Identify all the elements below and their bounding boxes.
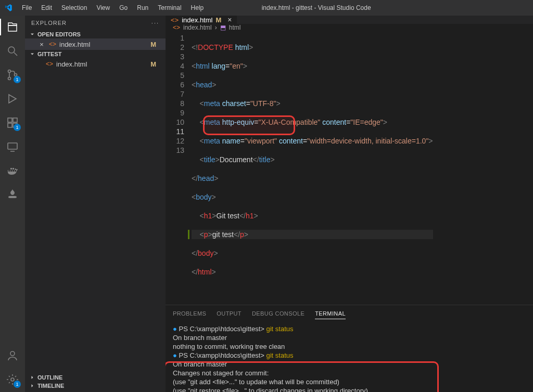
svg-rect-4 [8,118,12,122]
menu-edit[interactable]: Edit [37,2,56,14]
menu-selection[interactable]: Selection [57,2,91,14]
svg-point-2 [8,77,11,80]
project-filename: index.html [56,60,147,68]
svg-rect-5 [13,118,17,122]
run-debug-icon[interactable] [5,92,20,106]
menu-help[interactable]: Help [187,2,208,14]
project-label: GITTEST [37,51,61,57]
tab-index-html[interactable]: <> index.html M × [166,16,237,24]
menu-go[interactable]: Go [115,2,132,14]
line-gutter: 1 2 3 4 5 6 7 8 9 10 11 12 13 [166,31,192,305]
terminal-tab[interactable]: TERMINAL [315,308,346,319]
close-icon[interactable]: × [227,16,232,24]
extensions-icon[interactable]: 1 [5,115,20,130]
terminal-content[interactable]: ● PS C:\xampp\htdocs\gittest> git status… [166,322,533,392]
svg-rect-6 [8,123,12,127]
window-title: index.html - gittest - Visual Studio Cod… [209,4,424,11]
chevron-down-icon [29,31,35,37]
svg-point-10 [11,378,14,381]
scm-badge: 1 [14,76,21,83]
chevron-right-icon [29,383,35,389]
settings-badge: 1 [14,381,21,388]
problems-tab[interactable]: PROBLEMS [173,308,206,319]
outline-section[interactable]: OUTLINE [25,373,166,382]
open-editor-filename: index.html [59,41,147,48]
bottom-panel: PROBLEMS OUTPUT DEBUG CONSOLE TERMINAL ●… [166,305,533,392]
timeline-section[interactable]: TIMELINE [25,382,166,390]
project-file-item[interactable]: <> index.html M [25,58,166,70]
source-control-icon[interactable]: 1 [5,68,20,82]
extensions-badge: 1 [14,124,21,131]
chevron-down-icon [29,51,35,57]
breadcrumb-element[interactable]: html [229,24,241,31]
menu-file[interactable]: File [18,2,36,14]
open-editors-section[interactable]: OPEN EDITORS [25,30,166,38]
svg-point-1 [8,70,11,73]
open-editors-label: OPEN EDITORS [37,31,81,37]
activity-bar: 1 1 1 [0,16,25,392]
output-tab[interactable]: OUTPUT [217,308,242,319]
svg-point-9 [10,351,15,356]
menu-run[interactable]: Run [133,2,153,14]
menu-view[interactable]: View [92,2,114,14]
tab-modified-badge: M [215,16,221,24]
html-file-icon: <> [49,41,56,48]
genie-icon[interactable] [5,187,20,202]
modified-badge: M [150,60,156,68]
svg-point-0 [8,47,15,53]
editor-area: <> index.html M × <> index.html › ⬒ html… [166,16,533,392]
close-icon[interactable]: × [37,41,46,48]
project-section[interactable]: GITTEST [25,50,166,58]
more-icon[interactable]: ··· [151,20,159,26]
docker-icon[interactable] [5,163,20,178]
panel-tabs: PROBLEMS OUTPUT DEBUG CONSOLE TERMINAL [166,305,533,322]
element-icon: ⬒ [220,24,226,31]
html-file-icon: <> [46,60,53,68]
explorer-sidebar: EXPLORER ··· OPEN EDITORS × <> index.htm… [25,16,166,392]
open-editor-item[interactable]: × <> index.html M [25,38,166,50]
settings-gear-icon[interactable]: 1 [5,372,20,387]
editor-tabs: <> index.html M × [166,16,533,24]
tab-name: index.html [182,16,212,24]
explorer-title: EXPLORER [31,20,67,26]
breadcrumb-file[interactable]: index.html [183,24,212,31]
html-file-icon: <> [173,24,180,31]
explorer-icon[interactable] [5,20,20,34]
search-icon[interactable] [5,44,20,58]
code-editor[interactable]: 1 2 3 4 5 6 7 8 9 10 11 12 13 <!DOCTYPE … [166,31,533,305]
breadcrumbs[interactable]: <> index.html › ⬒ html [166,24,533,31]
debug-console-tab[interactable]: DEBUG CONSOLE [252,308,304,319]
menu-bar: File Edit Selection View Go Run Terminal… [0,0,533,16]
svg-rect-8 [8,143,17,149]
timeline-label: TIMELINE [37,383,64,389]
modified-badge: M [150,41,156,48]
remote-icon[interactable] [5,139,20,154]
outline-label: OUTLINE [37,374,62,381]
breadcrumb-sep: › [215,24,217,31]
html-file-icon: <> [171,16,179,24]
vscode-logo-icon [4,4,12,12]
menu-terminal[interactable]: Terminal [154,2,185,14]
code-content[interactable]: <!DOCTYPE html> <html lang="en"> <head> … [192,31,433,305]
account-icon[interactable] [5,348,20,363]
chevron-right-icon [29,374,35,381]
